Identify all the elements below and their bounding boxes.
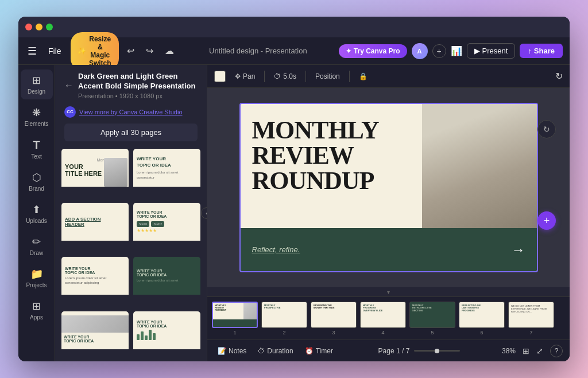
add-collaborator-button[interactable]: + bbox=[432, 44, 446, 58]
sidebar-item-label-apps: Apps bbox=[30, 314, 43, 321]
cloud-save-button[interactable]: ☁ bbox=[161, 43, 177, 59]
canva-pro-label: Try Canva Pro bbox=[354, 47, 400, 55]
position-button[interactable]: Position bbox=[311, 70, 345, 83]
apps-icon: ⊞ bbox=[32, 300, 41, 313]
sidebar-item-projects[interactable]: 📁 Projects bbox=[21, 263, 53, 293]
magic-switch-button[interactable]: ✨ Resize & Magic Switch bbox=[71, 32, 119, 70]
grid-view-button[interactable]: ⊞ bbox=[520, 345, 532, 357]
minimize-button[interactable] bbox=[36, 24, 42, 30]
close-button[interactable] bbox=[25, 24, 32, 30]
template-card-7[interactable]: WRITE YOURTOPIC OR IDEA bbox=[61, 311, 129, 361]
hamburger-button[interactable]: ☰ bbox=[25, 43, 39, 60]
analytics-button[interactable]: 📊 bbox=[451, 45, 462, 56]
template-card-5[interactable]: WRITE YOURTOPIC OR IDEA Lorem ipsum dolo… bbox=[61, 256, 129, 307]
duration-icon: ⏱ bbox=[274, 72, 281, 80]
filmstrip-slide-3[interactable]: REVIEWING THEMONTH THAT WAS 3 bbox=[311, 302, 357, 335]
sidebar-icon-panel: ⊞ Design ❋ Elements T Text ⬡ Brand ⬆ Upl… bbox=[18, 65, 55, 361]
panel-title: Dark Green and Light Green Accent Bold S… bbox=[78, 72, 198, 91]
back-button[interactable]: ← bbox=[64, 80, 74, 91]
film-preview-2: MONTHLYPROSPECTIVE bbox=[261, 302, 307, 328]
magic-icon: ✨ bbox=[78, 47, 86, 55]
duration-bottom-button[interactable]: ⏱ Duration bbox=[254, 345, 296, 357]
author-link[interactable]: View more by Canva Creative Studio bbox=[79, 109, 183, 115]
document-title: Untitled design - Presentation bbox=[182, 47, 334, 55]
sidebar-item-draw[interactable]: ✏ Draw bbox=[21, 231, 53, 261]
uploads-icon: ⬆ bbox=[32, 203, 41, 216]
template-card-6[interactable]: WRITE YOURTOPIC OR IDEA Lorem ipsum dolo… bbox=[133, 256, 201, 307]
filmstrip-slide-6[interactable]: REFLECTING ONLAST MONTH'SPROGRESS 6 bbox=[459, 302, 505, 335]
sidebar-item-uploads[interactable]: ⬆ Uploads bbox=[21, 199, 53, 229]
toolbar-right: ✦ Try Canva Pro A + 📊 ▶ Present ↑ Share bbox=[339, 43, 563, 59]
filmstrip-slide-1[interactable]: MONTHLYREVIEWROUNDUP 1 bbox=[212, 302, 258, 335]
avatar[interactable]: A bbox=[412, 43, 428, 59]
apply-all-button[interactable]: Apply all 30 pages bbox=[64, 124, 198, 141]
sidebar-item-design[interactable]: ⊞ Design bbox=[21, 70, 53, 99]
help-button[interactable]: ? bbox=[550, 345, 563, 357]
duration-label: 5.0s bbox=[283, 72, 296, 80]
undo-button[interactable]: ↩ bbox=[123, 43, 138, 59]
lock-button[interactable]: 🔒 bbox=[354, 70, 372, 83]
sidebar-item-brand[interactable]: ⬡ Brand bbox=[21, 167, 53, 196]
slide-frame[interactable]: MONTHLY REVIEW ROUNDUP Reflect, refine. … bbox=[239, 103, 538, 272]
duration-button[interactable]: ⏱ 5.0s bbox=[269, 70, 301, 83]
toolbar-separator-3 bbox=[349, 71, 350, 82]
template-card-4[interactable]: WRITE YOURTOPIC OR IDEA Stat01 Stat02 ★★… bbox=[133, 202, 201, 253]
sidebar-item-label-text: Text bbox=[31, 153, 41, 160]
film-preview-3: REVIEWING THEMONTH THAT WAS bbox=[311, 302, 357, 328]
present-label: Present bbox=[482, 47, 508, 55]
filmstrip-slide-number-3: 3 bbox=[332, 330, 335, 335]
page-progress-track[interactable] bbox=[414, 350, 460, 352]
filmstrip-slide-7[interactable]: WE DO NOT LEARN FROM EXPERIENCE, WE LEAR… bbox=[508, 302, 554, 335]
film-preview-1: MONTHLYREVIEWROUNDUP bbox=[212, 302, 258, 328]
page-info: Page 1 / 7 bbox=[341, 347, 497, 355]
page-number: Page 1 / 7 bbox=[378, 347, 410, 355]
template-card-8[interactable]: WRITE YOURTOPIC OR IDEA bbox=[133, 311, 201, 361]
projects-icon: 📁 bbox=[30, 268, 43, 280]
sidebar-item-elements[interactable]: ❋ Elements bbox=[21, 102, 53, 132]
refresh-button[interactable]: ↻ bbox=[555, 71, 563, 82]
timer-icon: ⏰ bbox=[305, 347, 314, 355]
timer-button[interactable]: ⏰ Timer bbox=[301, 345, 336, 357]
canvas-refresh-button[interactable]: ↻ bbox=[537, 120, 556, 138]
expand-view-button[interactable]: ⤢ bbox=[534, 345, 546, 357]
present-icon: ▶ bbox=[474, 47, 480, 55]
slide-top: MONTHLY REVIEW ROUNDUP bbox=[241, 104, 537, 228]
filmstrip-slide-4[interactable]: MONTHLYPROGRESSOVERVIEW SLIDE 4 bbox=[360, 302, 406, 335]
fullscreen-button[interactable] bbox=[46, 24, 53, 30]
panel-info: Dark Green and Light Green Accent Bold S… bbox=[78, 72, 198, 99]
duration-bottom-icon: ⏱ bbox=[258, 347, 265, 355]
magic-switch-label: Resize & Magic Switch bbox=[88, 35, 112, 67]
canvas-viewport[interactable]: MONTHLY REVIEW ROUNDUP Reflect, refine. … bbox=[207, 88, 570, 287]
sidebar-item-label-brand: Brand bbox=[29, 186, 44, 192]
sidebar-item-apps[interactable]: ⊞ Apps bbox=[21, 295, 53, 325]
pan-tool-button[interactable]: ✥ Pan bbox=[230, 70, 260, 83]
sidebar-item-label-draw: Draw bbox=[30, 250, 43, 256]
filmstrip-collapse-bar[interactable]: ▾ bbox=[207, 287, 570, 296]
share-button[interactable]: ↑ Share bbox=[520, 44, 563, 58]
sidebar-item-label-uploads: Uploads bbox=[26, 218, 47, 224]
draw-icon: ✏ bbox=[32, 236, 41, 248]
filmstrip-slide-2[interactable]: MONTHLYPROSPECTIVE 2 bbox=[261, 302, 307, 335]
slide-left: MONTHLY REVIEW ROUNDUP bbox=[241, 104, 422, 228]
notes-button[interactable]: 📝 Notes bbox=[214, 345, 250, 357]
template-panel: ← Dark Green and Light Green Accent Bold… bbox=[55, 65, 207, 361]
panel-subtitle: Presentation • 1920 x 1080 px bbox=[78, 92, 198, 99]
redo-button[interactable]: ↪ bbox=[142, 43, 157, 59]
pan-label: Pan bbox=[243, 72, 255, 80]
template-card-3[interactable]: ADD A SECTION HEADER bbox=[61, 202, 129, 253]
template-card-2[interactable]: WRITE YOUR TOPIC OR IDEA Lorem ipsum dol… bbox=[133, 148, 201, 199]
position-label: Position bbox=[315, 72, 340, 80]
chevron-down-icon: ▾ bbox=[387, 289, 390, 295]
try-canva-pro-button[interactable]: ✦ Try Canva Pro bbox=[339, 44, 407, 58]
canvas-add-button[interactable]: + bbox=[537, 211, 556, 230]
toolbar-left: ☰ File ✨ Resize & Magic Switch ↩ ↪ ☁ bbox=[25, 32, 177, 70]
present-button[interactable]: ▶ Present bbox=[467, 43, 516, 59]
filmstrip-slide-number-2: 2 bbox=[283, 330, 285, 335]
sidebar-item-text[interactable]: T Text bbox=[21, 134, 53, 164]
color-swatch[interactable] bbox=[214, 71, 226, 82]
file-menu-button[interactable]: File bbox=[44, 44, 66, 58]
zoom-percentage: 38% bbox=[502, 347, 516, 355]
filmstrip-slide-5[interactable]: MONTHLYRETROSPECTIVESECTION 5 bbox=[409, 302, 455, 335]
filmstrip-slide-number-4: 4 bbox=[381, 330, 384, 335]
template-card-1[interactable]: Monthly Review YOURTITLE HERE bbox=[61, 148, 129, 199]
